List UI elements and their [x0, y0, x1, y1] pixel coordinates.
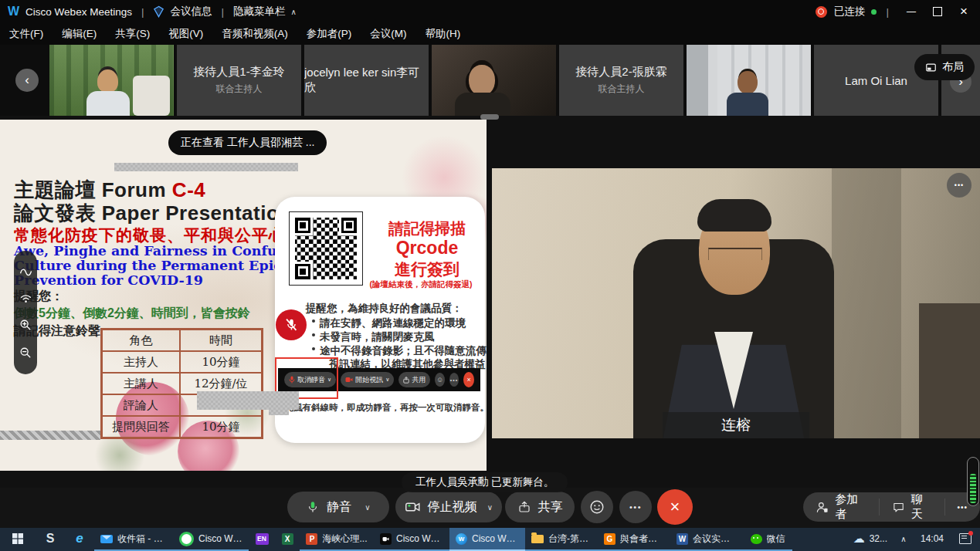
menu-meeting[interactable]: 会议(M) [361, 23, 415, 45]
close-button[interactable]: × [951, 0, 977, 23]
taskbar-webex-active-app[interactable]: WCisco We... [449, 528, 525, 551]
menu-bar: 文件(F) 编辑(E) 共享(S) 视图(V) 音频和视频(A) 参加者(P) … [0, 23, 980, 45]
chevron-down-icon: ∨ [487, 503, 493, 512]
hide-menubar-button[interactable]: 隐藏菜单栏 ∧ [233, 5, 297, 19]
menu-participants[interactable]: 参加者(P) [297, 23, 361, 45]
notification-dot [968, 531, 973, 536]
participant-name: Lam Oi Lian [845, 74, 907, 87]
qr-scan-line1: 請記得掃描 [369, 218, 485, 239]
search-app-button[interactable]: S [36, 528, 65, 551]
menu-file[interactable]: 文件(F) [0, 23, 53, 45]
taskbar-word-app[interactable]: W会议实录 [... [670, 528, 743, 551]
camera-icon [345, 377, 353, 383]
show-hidden-icons-button[interactable]: ∧ [894, 528, 914, 551]
zoom-in-icon[interactable] [19, 319, 32, 331]
more-icon: ••• [955, 181, 964, 189]
qr-scan-note: (論壇結束後，亦請記得簽退) [357, 279, 485, 290]
participant-video-tile[interactable] [687, 45, 811, 116]
quality-bullet: 未發言時，請關閉麥克風 [320, 330, 435, 344]
chevron-down-icon: ∨ [385, 377, 389, 383]
more-options-button[interactable]: ••• [619, 491, 652, 523]
layout-button[interactable]: 布局 [914, 54, 975, 80]
participant-video-tile[interactable] [432, 45, 556, 116]
filmstrip-prev-button[interactable]: ‹ [15, 69, 39, 92]
separator: | [221, 6, 224, 18]
mic-icon [306, 499, 320, 515]
participant-video-tile[interactable] [49, 45, 174, 116]
share-button[interactable]: 共享 [505, 492, 575, 522]
participant-name-tile[interactable]: jocelyn lee ker sin李可欣 [304, 45, 429, 116]
taskbar-powerpoint-app[interactable]: P海峡心理... [300, 528, 374, 551]
taskbar-pdf-app[interactable]: G與會者版-... [598, 528, 670, 551]
horizontal-scrollbar[interactable] [0, 431, 100, 440]
excel-icon: X [282, 533, 293, 545]
participants-icon [816, 500, 829, 515]
maximize-button[interactable] [924, 0, 951, 23]
leave-meeting-button[interactable]: × [657, 489, 693, 525]
stop-video-button[interactable]: 停止视频 ∨ [395, 492, 502, 522]
chevron-up-icon: ∧ [900, 535, 906, 543]
participant-name-tile[interactable]: 接待人員1-李金玲 联合主持人 [177, 45, 301, 116]
participant-name: 接待人員2-張朕霖 [575, 65, 666, 79]
mini-start-video-button: 開始視訊∨ [341, 372, 394, 387]
table-header: 時間 [180, 330, 262, 351]
table-cell: 評論人 [102, 394, 180, 416]
menu-audio-video[interactable]: 音频和视频(A) [212, 23, 297, 45]
reactions-button[interactable] [581, 491, 613, 523]
mini-emoji-button: ☺ [435, 373, 444, 387]
video-more-button[interactable]: ••• [947, 173, 972, 198]
quality-bullet: 途中不得錄音錄影；且不得隨意流傳 [320, 344, 487, 358]
shield-icon [153, 5, 164, 18]
action-center-button[interactable] [951, 528, 980, 551]
start-button[interactable] [0, 528, 36, 551]
separator: | [886, 6, 889, 18]
taskbar-webex-green-app[interactable]: Cisco We... [173, 528, 249, 551]
meeting-info-button[interactable]: 会议信息 [153, 5, 212, 19]
chat-button[interactable]: 聊天 [880, 492, 944, 522]
muted-mic-badge [276, 309, 307, 340]
taskbar-folder[interactable]: 台湾-第四... [525, 528, 598, 551]
mute-caption: 麥克風有斜線時，即成功靜音，再按一次可取消靜音。 [276, 402, 483, 414]
participant-name-tile[interactable]: 接待人員2-張朕霖 联合主持人 [559, 45, 683, 116]
close-icon: × [670, 497, 680, 517]
wifi-signal-icon[interactable] [19, 292, 32, 304]
qr-code [289, 211, 363, 286]
table-cell: 提問與回答 [102, 416, 180, 438]
panel-buttons: 参加者 聊天 ••• [803, 492, 980, 522]
mute-button[interactable]: 静音 ∨ [287, 492, 389, 522]
taskbar-wechat-app[interactable]: 微信 [743, 528, 792, 551]
menu-share[interactable]: 共享(S) [106, 23, 159, 45]
powerpoint-icon: P [306, 533, 317, 545]
wechat-icon [751, 534, 762, 544]
language-indicator[interactable]: EN [249, 528, 275, 551]
close-icon: × [466, 376, 470, 384]
webex-logo-icon: W [8, 5, 19, 19]
viewing-banner: 正在查看 工作人員邵湘芸 ... [168, 130, 327, 155]
participant-role: 联合主持人 [216, 83, 263, 96]
video-backdrop [919, 303, 980, 438]
windows-logo-icon [12, 533, 23, 544]
quality-title: 提醒您，為維持良好的會議品質： [306, 302, 463, 316]
menu-help[interactable]: 帮助(H) [416, 23, 470, 45]
maximize-icon [933, 7, 942, 16]
taskbar-webex-dark-app[interactable]: Cisco We... [374, 528, 449, 551]
active-speaker-video[interactable]: 连榕 [492, 168, 980, 438]
menu-edit[interactable]: 编辑(E) [53, 23, 106, 45]
menu-view[interactable]: 视图(V) [159, 23, 212, 45]
taskbar-mail-app[interactable]: 收件箱 - Li... [94, 528, 173, 551]
zoom-out-icon[interactable] [19, 346, 32, 359]
minimize-button[interactable]: — [898, 0, 924, 23]
speaker-glasses [708, 248, 762, 260]
weather-widget[interactable]: ☁ 32... [847, 528, 894, 551]
splitter-handle[interactable] [480, 114, 499, 120]
taskbar-excel-app[interactable]: X [275, 528, 300, 551]
internet-explorer-button[interactable]: e [65, 528, 94, 551]
shared-content: 正在查看 工作人員邵湘芸 ... 主題論壇 Forum C-4 論文發表 Pap… [0, 120, 487, 471]
webex-meeting-window: W Cisco Webex Meetings | 会议信息 | 隐藏菜单栏 ∧ … [0, 0, 980, 551]
redaction-box [197, 391, 299, 410]
annotate-pen-icon[interactable] [19, 266, 32, 277]
folder-icon [531, 535, 544, 543]
clock[interactable]: 14:04 [914, 528, 951, 551]
table-cell: 10分鐘 [180, 351, 262, 373]
participants-button[interactable]: 参加者 [803, 492, 879, 522]
